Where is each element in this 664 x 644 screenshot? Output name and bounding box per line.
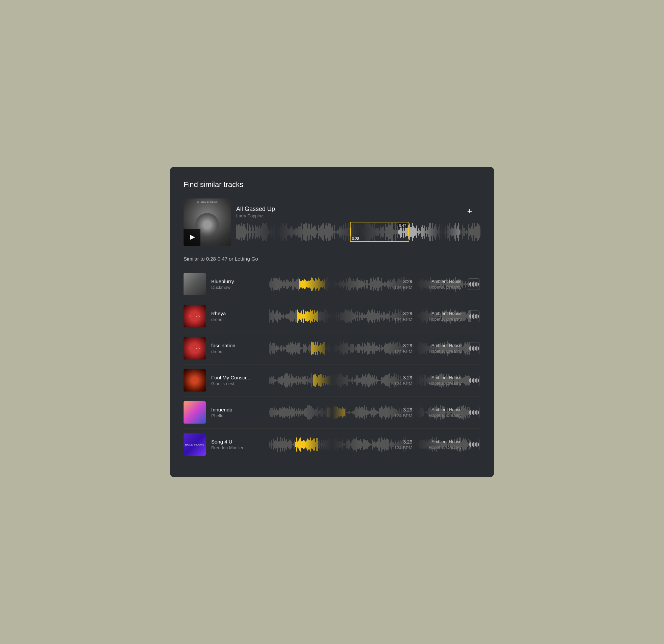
track-duration: 3:29 124 BPM — [392, 311, 412, 322]
track-bpm: 124 BPM — [392, 381, 412, 386]
add-to-library-button[interactable] — [468, 343, 479, 354]
track-bpm: 124 BPM — [392, 317, 412, 322]
track-waveform — [269, 340, 387, 357]
play-icon — [190, 235, 195, 240]
musicwave-icon — [469, 313, 479, 319]
track-title-artist: Rheya dreem — [211, 310, 264, 322]
track-genre: Ambient House Hopeful, Dreamy — [418, 407, 461, 418]
add-to-library-button[interactable] — [468, 375, 479, 386]
album-art: BLURRY POPPINS — [184, 199, 231, 246]
track-action — [467, 279, 480, 290]
track-artist: Phello — [211, 413, 264, 418]
track-genre: Ambient House Hopeful, Dreamy — [418, 279, 461, 289]
musicwave-icon — [469, 377, 479, 383]
panel-title: Find similar tracks — [184, 180, 480, 189]
track-mood: Hopeful, Dreamy — [418, 284, 461, 289]
track-genre: Ambient House Hopeful, Dreamy — [418, 343, 461, 354]
track-action — [467, 439, 480, 450]
track-thumb — [184, 401, 206, 424]
track-mood: Hopeful, Dreamy — [418, 317, 461, 322]
track-duration: 3:29 124 BPM — [392, 407, 412, 418]
track-row[interactable]: Fool My Consci... Giant's nest 3:29 124 … — [184, 364, 480, 397]
track-action — [467, 375, 480, 386]
track-mood: Hopeful, Dreamy — [418, 349, 461, 354]
track-row[interactable]: BOLD FLAME Song 4 U Brendon Moeller 3:29… — [184, 429, 480, 460]
track-genre: Ambient House Hopeful, Dreamy — [418, 439, 461, 450]
track-row[interactable]: Innuendo Phello 3:29 124 BPM Ambient Hou… — [184, 397, 480, 429]
add-to-library-button[interactable] — [468, 279, 479, 290]
track-genre: Ambient House Hopeful, Dreamy — [418, 311, 461, 322]
track-genre-name: Ambient House — [418, 375, 461, 380]
track-duration: 3:29 124 BPM — [392, 279, 412, 290]
add-button[interactable]: + — [464, 205, 475, 216]
musicwave-icon — [469, 281, 479, 287]
track-thumb: BOLD FLAME — [184, 434, 206, 456]
track-title-artist: Innuendo Phello — [211, 407, 264, 418]
track-duration-time: 3:29 — [392, 343, 412, 348]
track-duration: 3:29 124 BPM — [392, 375, 412, 386]
add-to-library-button[interactable] — [468, 407, 479, 418]
track-artist: Duckmaw — [211, 285, 264, 290]
musicwave-icon — [469, 409, 479, 416]
source-track-name: All Gassed Up — [236, 205, 275, 213]
track-bpm: 124 BPM — [392, 285, 412, 290]
track-mood: Hopeful, Dreamy — [418, 445, 461, 450]
track-row[interactable]: Blueblurry Duckmaw 3:29 124 BPM Ambient … — [184, 268, 480, 300]
musicwave-icon — [469, 345, 479, 351]
add-to-library-button[interactable] — [468, 439, 479, 450]
track-action — [467, 407, 480, 418]
track-waveform — [269, 436, 387, 453]
track-duration: 3:29 124 BPM — [392, 343, 412, 354]
track-genre-name: Ambient House — [418, 439, 461, 444]
source-waveform-area: 0:47 0:28 — [231, 218, 480, 242]
track-title: Innuendo — [211, 407, 264, 412]
track-waveform — [269, 372, 387, 389]
track-title: Fool My Consci... — [211, 375, 264, 380]
track-waveform — [269, 308, 387, 325]
track-title-artist: fascination dreem — [211, 343, 264, 354]
track-duration-time: 3:29 — [392, 375, 412, 380]
track-title: Song 4 U — [211, 439, 264, 444]
track-action — [467, 310, 480, 322]
track-bpm: 124 BPM — [392, 413, 412, 418]
musicwave-icon — [469, 442, 479, 447]
track-thumb — [184, 273, 206, 295]
album-label: BLURRY POPPINS — [197, 201, 217, 203]
track-duration-time: 3:29 — [392, 279, 412, 284]
find-similar-panel: Find similar tracks BLURRY POPPINS All G… — [170, 167, 494, 477]
track-artist: dreem — [211, 349, 264, 354]
track-duration: 3:29 124 BPM — [392, 439, 412, 450]
source-track-artist: Larry Poppinz — [236, 213, 275, 218]
track-row[interactable]: DULKO Rheya dreem 3:29 124 BPM Ambient H… — [184, 300, 480, 333]
track-thumb: DULKO — [184, 305, 206, 327]
track-row[interactable]: DULKO fascination dreem 3:29 124 BPM Amb… — [184, 333, 480, 364]
track-duration-time: 3:29 — [392, 407, 412, 412]
track-duration-time: 3:29 — [392, 311, 412, 316]
track-artist: dreem — [211, 317, 264, 322]
track-title: Rheya — [211, 310, 264, 316]
add-to-library-button[interactable] — [468, 310, 479, 322]
play-button[interactable] — [184, 229, 201, 246]
track-title-artist: Fool My Consci... Giant's nest — [211, 375, 264, 386]
track-genre-name: Ambient House — [418, 311, 461, 316]
track-title: fascination — [211, 343, 264, 348]
track-title-artist: Blueblurry Duckmaw — [211, 279, 264, 290]
track-waveform — [269, 404, 387, 421]
source-track-meta: All Gassed Up Larry Poppinz + — [231, 202, 480, 218]
track-mood: Hopeful, Dreamy — [418, 413, 461, 418]
track-thumb: DULKO — [184, 337, 206, 360]
source-waveform — [236, 222, 480, 242]
track-genre-name: Ambient House — [418, 343, 461, 348]
source-track-text: All Gassed Up Larry Poppinz — [236, 205, 275, 218]
track-title: Blueblurry — [211, 279, 264, 284]
track-thumb — [184, 369, 206, 391]
track-artist: Brendon Moeller — [211, 445, 264, 450]
track-artist: Giant's nest — [211, 381, 264, 386]
track-mood: Hopeful, Dreamy — [418, 381, 461, 386]
track-bpm: 124 BPM — [392, 445, 412, 450]
track-duration-time: 3:29 — [392, 439, 412, 444]
track-action — [467, 343, 480, 354]
track-genre-name: Ambient House — [418, 407, 461, 412]
source-track: BLURRY POPPINS All Gassed Up Larry Poppi… — [184, 199, 480, 246]
track-genre-name: Ambient House — [418, 279, 461, 284]
